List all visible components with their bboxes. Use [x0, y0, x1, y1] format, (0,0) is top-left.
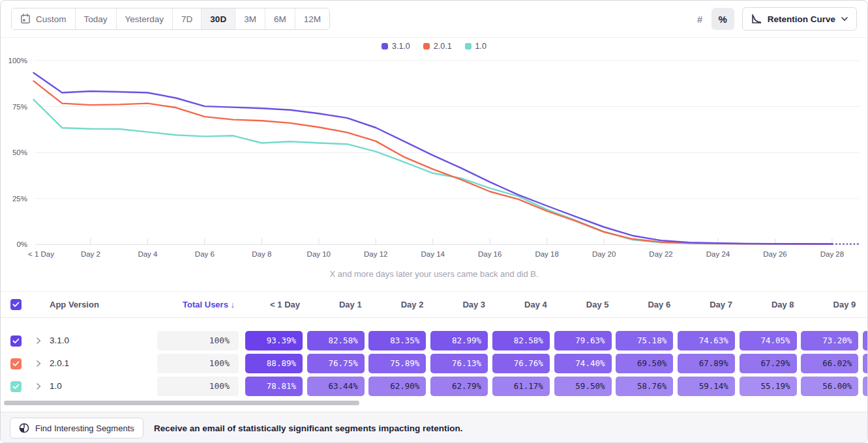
series-line-1.0 — [34, 100, 832, 244]
retention-cell[interactable]: 75.18% — [616, 331, 673, 350]
row-checkbox-3.1.0[interactable] — [10, 336, 22, 347]
legend-item-1.0[interactable]: 1.0 — [465, 42, 486, 51]
retention-cell[interactable]: 67.89% — [678, 354, 735, 373]
toolbar-right-controls: # % Retention Curve — [689, 7, 857, 31]
retention-table: App Version Total Users ↓ < 1 DayDay 1Da… — [1, 291, 867, 401]
retention-cell[interactable]: 74.63% — [678, 331, 735, 350]
retention-cell[interactable]: 66.02% — [801, 354, 858, 373]
y-axis-label: 100% — [8, 57, 27, 64]
column-header-day[interactable]: Day 9 — [801, 292, 858, 318]
series-line-3.1.0 — [34, 73, 832, 244]
date-range-label: 3M — [244, 14, 256, 24]
retention-cell[interactable]: 82.58% — [492, 331, 550, 350]
toolbar: CustomTodayYesterday7D30D3M6M12M # % Ret… — [1, 1, 867, 38]
retention-cell[interactable]: 78.81% — [245, 377, 303, 396]
row-checkbox-1.0[interactable] — [10, 381, 22, 392]
retention-line-chart: 100%75%50%25%0%< 1 DayDay 2Day 4Day 6Day… — [1, 38, 868, 264]
date-range-3m[interactable]: 3M — [235, 8, 265, 29]
date-range-yesterday[interactable]: Yesterday — [116, 8, 173, 29]
date-range-label: 12M — [304, 14, 321, 24]
date-range-6m[interactable]: 6M — [265, 8, 295, 29]
horizontal-scrollbar-thumb[interactable] — [4, 401, 359, 405]
retention-cell[interactable]: 55.19% — [740, 377, 797, 396]
retention-cell[interactable]: 93.39% — [245, 331, 303, 350]
select-all-checkbox[interactable] — [10, 299, 22, 310]
retention-cell[interactable]: 88.89% — [245, 354, 303, 373]
date-range-7d[interactable]: 7D — [172, 8, 201, 29]
x-axis-label: Day 22 — [649, 250, 672, 258]
retention-cell[interactable]: 79.63% — [554, 331, 612, 350]
absolute-mode-button[interactable]: # — [689, 8, 711, 30]
footer-message: Receive an email of statistically signif… — [154, 412, 462, 443]
legend: 3.1.02.0.11.0 — [1, 42, 867, 51]
retention-cell[interactable]: 69.50% — [616, 354, 673, 373]
legend-item-2.0.1[interactable]: 2.0.1 — [423, 42, 452, 51]
date-range-label: 7D — [181, 14, 192, 24]
retention-cell[interactable]: 74.05% — [740, 331, 797, 350]
legend-swatch — [382, 43, 388, 50]
retention-cell-clipped[interactable] — [863, 354, 867, 373]
x-axis-label: < 1 Day — [28, 250, 54, 258]
chart-type-dropdown[interactable]: Retention Curve — [742, 7, 857, 31]
row-expand-chevron[interactable] — [35, 336, 42, 349]
table-header: App Version Total Users ↓ < 1 DayDay 1Da… — [1, 292, 867, 318]
retention-cell[interactable]: 83.35% — [368, 331, 426, 350]
column-header-day[interactable]: < 1 Day — [245, 292, 303, 318]
y-axis-label: 0% — [16, 240, 27, 248]
x-axis-label: Day 28 — [820, 250, 844, 258]
date-range-custom[interactable]: Custom — [12, 8, 75, 29]
column-header-day[interactable]: Day 2 — [368, 292, 426, 318]
value-mode-toggle: # % — [689, 8, 734, 30]
column-header-day[interactable]: Day 4 — [492, 292, 550, 318]
retention-cell[interactable]: 59.14% — [678, 377, 735, 396]
x-axis-label: Day 10 — [307, 250, 331, 258]
retention-cell[interactable]: 59.50% — [554, 377, 612, 396]
retention-cell[interactable]: 62.90% — [368, 377, 426, 396]
retention-cell[interactable]: 75.89% — [368, 354, 426, 373]
column-header-app-version: App Version — [50, 292, 99, 318]
chevron-right-icon — [35, 381, 42, 392]
total-users-cell: 100% — [157, 377, 239, 396]
retention-cell[interactable]: 82.99% — [430, 331, 488, 350]
x-axis-label: Day 20 — [592, 250, 616, 258]
check-icon — [12, 302, 20, 307]
retention-cell[interactable]: 62.79% — [430, 377, 488, 396]
retention-cell[interactable]: 74.40% — [554, 354, 612, 373]
retention-cell[interactable]: 56.00% — [801, 377, 858, 396]
retention-cell[interactable]: 76.13% — [430, 354, 488, 373]
retention-cell[interactable]: 58.76% — [616, 377, 673, 396]
date-range-30d[interactable]: 30D — [201, 8, 235, 29]
column-header-day[interactable]: Day 5 — [554, 292, 612, 318]
retention-cell[interactable]: 76.75% — [307, 354, 365, 373]
column-header-total-users[interactable]: Total Users ↓ — [157, 292, 239, 318]
retention-cell-clipped[interactable] — [863, 331, 867, 350]
column-header-day[interactable]: Day 3 — [430, 292, 488, 318]
legend-label: 1.0 — [475, 42, 486, 51]
row-expand-chevron[interactable] — [35, 381, 42, 394]
x-axis-label: Day 6 — [195, 250, 215, 258]
row-label: 2.0.1 — [50, 358, 69, 368]
date-range-12m[interactable]: 12M — [295, 8, 329, 29]
find-interesting-segments-button[interactable]: Find Interesting Segments — [10, 418, 143, 438]
retention-cell-clipped[interactable] — [863, 377, 867, 396]
row-checkbox-2.0.1[interactable] — [10, 358, 22, 369]
retention-cell[interactable]: 61.17% — [492, 377, 550, 396]
column-header-day[interactable]: Day 8 — [740, 292, 797, 318]
column-header-day[interactable]: Day 1 — [307, 292, 365, 318]
column-header-day[interactable]: Day 7 — [678, 292, 735, 318]
column-header-day[interactable]: Day 6 — [616, 292, 673, 318]
retention-cell[interactable]: 67.29% — [740, 354, 797, 373]
retention-cell[interactable]: 76.76% — [492, 354, 550, 373]
retention-cell[interactable]: 73.20% — [801, 331, 858, 350]
percent-mode-button[interactable]: % — [711, 8, 734, 30]
date-range-today[interactable]: Today — [75, 8, 116, 29]
legend-swatch — [465, 43, 471, 50]
row-expand-chevron[interactable] — [35, 358, 42, 371]
find-interesting-segments-label: Find Interesting Segments — [35, 423, 134, 433]
series-line-2.0.1 — [34, 81, 832, 244]
legend-item-3.1.0[interactable]: 3.1.0 — [382, 42, 410, 51]
chevron-right-icon — [35, 358, 42, 369]
retention-cell[interactable]: 82.58% — [307, 331, 365, 350]
x-axis-label: Day 12 — [364, 250, 387, 258]
retention-cell[interactable]: 63.44% — [307, 377, 365, 396]
